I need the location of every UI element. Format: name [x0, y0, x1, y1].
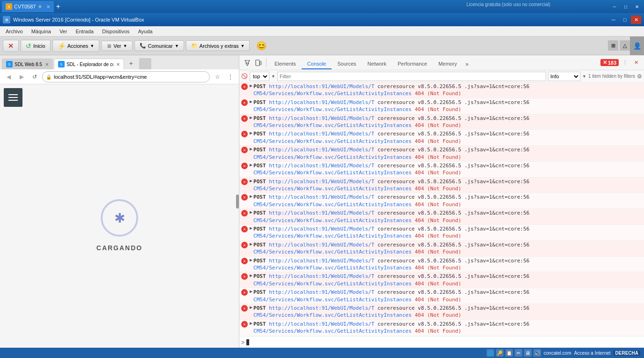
- vbox-ver-button[interactable]: 🖥 Ver ▼: [101, 41, 132, 51]
- expand-triangle[interactable]: ▶: [250, 178, 252, 183]
- browser-taskbar-tab[interactable]: S CVT0587 ★ ✕: [2, 1, 54, 12]
- vm-close[interactable]: ✕: [631, 15, 641, 24]
- expand-icon2[interactable]: △: [620, 40, 630, 51]
- back-button[interactable]: ◀: [3, 71, 14, 82]
- loading-text: CARGANDO: [96, 244, 142, 252]
- devtools-inspect-icon[interactable]: [242, 58, 252, 68]
- tab-favicon: S: [6, 3, 12, 10]
- expand-triangle[interactable]: ▶: [250, 209, 252, 215]
- console-row-text: POST http://localhost:91/WebUI/Models/T …: [253, 83, 642, 97]
- minimize-button[interactable]: ─: [609, 2, 620, 11]
- status-icon-2: 🔑: [496, 349, 503, 357]
- devtools-tab-console[interactable]: Console: [302, 59, 332, 69]
- console-content[interactable]: ✕ ▶ POST http://localhost:91/WebUI/Model…: [239, 82, 644, 336]
- taskbar-tab-label: CVT0587: [14, 4, 36, 9]
- console-row-text: POST http://localhost:91/WebUI/Models/T …: [253, 178, 642, 193]
- expand-triangle[interactable]: ▶: [250, 194, 252, 199]
- status-icon-4: ✏: [515, 349, 522, 357]
- reload-button[interactable]: ↺: [29, 71, 40, 82]
- error-icon: ✕: [241, 242, 248, 248]
- address-bar[interactable]: [42, 71, 210, 82]
- taskbar-tab-close[interactable]: ✕: [46, 4, 50, 9]
- expand-triangle[interactable]: ▶: [250, 146, 252, 151]
- expand-triangle[interactable]: ▶: [250, 305, 252, 310]
- monitor-icon: 🖥: [106, 43, 111, 49]
- console-row-text: POST http://localhost:91/WebUI/Models/T …: [253, 289, 642, 303]
- console-row: ✕ ▶ POST http://localhost:91/WebUI/Model…: [239, 146, 644, 162]
- panel-resize-handle[interactable]: [236, 194, 239, 209]
- devtools-tab-sources[interactable]: Sources: [332, 59, 362, 69]
- expand-triangle[interactable]: ▶: [250, 115, 252, 120]
- devtools-tab-memory[interactable]: Memory: [433, 59, 463, 69]
- tab2-close[interactable]: ✕: [116, 62, 120, 67]
- console-row: ✕ ▶ POST http://localhost:91/WebUI/Model…: [239, 114, 644, 130]
- console-row: ✕ ▶ POST http://localhost:91/WebUI/Model…: [239, 162, 644, 178]
- level-chevron: ▼: [582, 74, 586, 79]
- vm-minimize[interactable]: ─: [608, 15, 619, 24]
- user-avatar: 👤: [630, 37, 644, 55]
- loading-star-icon: ✱: [114, 210, 125, 226]
- console-filter-input[interactable]: [277, 72, 546, 81]
- console-row: ✕ ▶ POST http://localhost:91/WebUI/Model…: [239, 320, 644, 336]
- console-clear-icon[interactable]: 🚫: [241, 73, 248, 79]
- console-row-text: POST http://localhost:91/WebUI/Models/T …: [253, 241, 642, 256]
- expand-triangle[interactable]: ▶: [250, 99, 252, 104]
- more-button[interactable]: ⋮: [225, 71, 236, 82]
- devtools-tab-elements[interactable]: Elements: [269, 59, 302, 69]
- vbox-comunicar-button[interactable]: 📞 Comunicar ▼: [134, 40, 184, 51]
- devtools-tab-performance[interactable]: Performance: [392, 59, 433, 69]
- close-button[interactable]: ✕: [632, 2, 642, 11]
- console-row: ✕ ▶ POST http://localhost:91/WebUI/Model…: [239, 225, 644, 241]
- menu-maquina[interactable]: Máquina: [28, 28, 55, 35]
- devtools-tab-network[interactable]: Network: [362, 59, 392, 69]
- windows-taskbar: S CVT0587 ★ ✕ + Licencia gratuita (solo …: [0, 0, 644, 13]
- vbox-inicio-button[interactable]: ↺ Inicio: [21, 40, 51, 52]
- expand-triangle[interactable]: ▶: [250, 83, 252, 88]
- status-bar: 🌐 🔑 📋 ✏ 🖥 🔊 concatel.com Acceso a Intern…: [0, 348, 644, 358]
- menu-archivo[interactable]: Archivo: [2, 28, 27, 35]
- bookmark-button[interactable]: ☆: [212, 71, 223, 82]
- menu-dispositivos[interactable]: Dispositivos: [98, 28, 133, 35]
- console-settings-icon[interactable]: ⚙: [637, 73, 642, 80]
- tab1-close[interactable]: ✕: [45, 62, 49, 67]
- folder-icon: 📁: [191, 43, 198, 49]
- hamburger-menu[interactable]: [4, 88, 22, 107]
- expand-triangle[interactable]: ▶: [250, 130, 252, 135]
- console-context-select[interactable]: top: [250, 72, 269, 81]
- devtools-more-tabs[interactable]: »: [463, 59, 472, 69]
- forward-button[interactable]: ▶: [16, 71, 27, 82]
- vbox-archivos-button[interactable]: 📁 Archivos y extras ▼: [186, 40, 250, 51]
- expand-triangle[interactable]: ▶: [250, 257, 252, 262]
- devtools-close-button[interactable]: ✕: [631, 58, 641, 68]
- expand-triangle[interactable]: ▶: [250, 273, 252, 278]
- menu-ayuda[interactable]: Ayuda: [134, 28, 156, 35]
- vbox-stop-button[interactable]: ✕: [3, 40, 19, 52]
- browser-navbar: ◀ ▶ ↺ 🔒 ☆ ⋮: [0, 69, 239, 84]
- devtools-devices-icon[interactable]: [253, 58, 264, 68]
- menu-ver[interactable]: Ver: [56, 28, 71, 35]
- expand-triangle[interactable]: ▶: [250, 241, 252, 246]
- expand-triangle[interactable]: ▶: [250, 225, 252, 231]
- inicio-label: Inicio: [33, 43, 45, 49]
- console-level-select[interactable]: Info Verbose Warnings Errors: [548, 72, 580, 81]
- vbox-emoji-button[interactable]: 😊: [252, 39, 271, 53]
- vbox-acciones-button[interactable]: ⚡ Acciones ▼: [52, 40, 100, 52]
- expand-triangle[interactable]: ▶: [250, 321, 252, 326]
- tab2-label: SDL - Explorador de con...: [67, 62, 113, 67]
- expand-triangle[interactable]: ▶: [250, 289, 252, 294]
- expand-triangle[interactable]: ▶: [250, 162, 252, 167]
- loading-area: ✱ CARGANDO: [4, 107, 235, 344]
- devtools-more-options[interactable]: ⋮: [620, 58, 630, 68]
- stop-icon: ✕: [8, 42, 14, 50]
- new-browser-tab[interactable]: +: [125, 57, 137, 69]
- maximize-button[interactable]: □: [621, 2, 631, 11]
- error-counter: ✕ 183: [600, 59, 619, 66]
- hamburger-line2: [8, 97, 18, 98]
- menu-entrada[interactable]: Entrada: [72, 28, 97, 35]
- new-tab-button[interactable]: +: [56, 2, 60, 11]
- browser-tab-1[interactable]: S SDL Web 8.5 ✕: [2, 59, 53, 69]
- expand-icon1[interactable]: ⊞: [608, 40, 618, 51]
- error-icon: ✕: [241, 163, 248, 169]
- browser-tab-2[interactable]: S SDL - Explorador de con... ✕: [54, 59, 124, 69]
- vm-maximize[interactable]: □: [620, 15, 630, 24]
